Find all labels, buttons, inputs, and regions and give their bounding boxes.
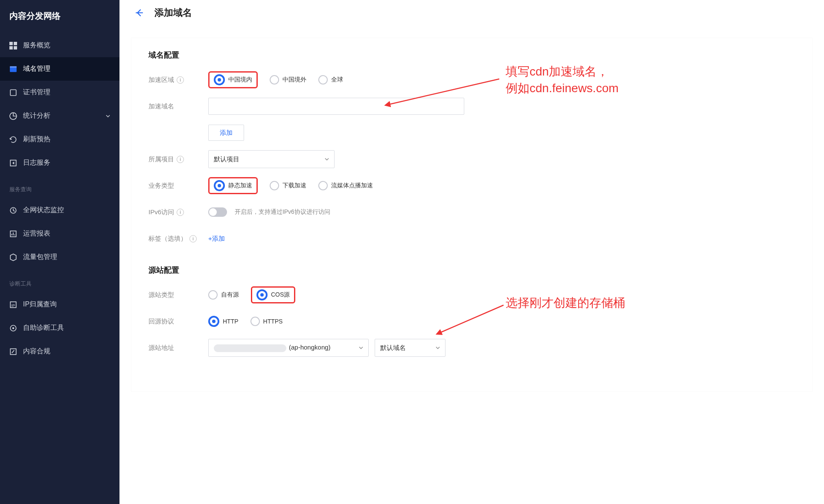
radio-biz-vod[interactable]: 流媒体点播加速	[318, 181, 373, 190]
sidebar-item-log[interactable]: 日志服务	[0, 151, 119, 175]
arrow-left-icon	[134, 8, 144, 17]
radio-label: 静态加速	[228, 182, 252, 189]
section-title: 源站配置	[148, 265, 795, 275]
sidebar-item-package[interactable]: 流量包管理	[0, 245, 119, 269]
add-tag-link[interactable]: +添加	[208, 235, 225, 242]
sidebar-section-diag: 诊断工具	[0, 280, 119, 293]
refresh-icon	[9, 136, 17, 143]
sidebar: 内容分发网络 服务概览 域名管理 证书管理 统计分析 刷新预热 日志服务 服务查…	[0, 0, 119, 504]
select-value: 默认项目	[214, 155, 239, 163]
label-text: 加速区域	[148, 76, 174, 84]
radio-label: 下载加速	[282, 182, 306, 189]
report-icon	[9, 230, 17, 238]
radio-biz-static[interactable]: 静态加速	[214, 180, 252, 191]
stats-icon	[9, 112, 17, 120]
label-text: IPv6访问	[148, 208, 174, 216]
radio-origin-own[interactable]: 自有源	[208, 290, 239, 300]
sidebar-item-monitor[interactable]: 全网状态监控	[0, 198, 119, 222]
page-title: 添加域名	[154, 6, 192, 19]
select-value: (ap-hongkong)	[214, 344, 331, 352]
svg-rect-3	[14, 46, 17, 50]
ipv6-toggle[interactable]	[208, 207, 227, 217]
region-radio-group: 中国境内 中国境外 全球	[208, 71, 795, 88]
radio-label: HTTPS	[263, 318, 283, 325]
sidebar-item-refresh[interactable]: 刷新预热	[0, 128, 119, 151]
sidebar-item-compliance[interactable]: 内容合规	[0, 340, 119, 363]
domain-input[interactable]	[208, 98, 464, 115]
radio-icon	[214, 74, 225, 85]
sidebar-item-label: 日志服务	[23, 158, 110, 167]
radio-icon	[318, 181, 328, 190]
radio-region-global[interactable]: 全球	[318, 75, 343, 84]
form-panel: 域名配置 加速区域 i 中国境内	[131, 38, 812, 391]
svg-rect-0	[9, 42, 13, 45]
sidebar-section-query: 服务查询	[0, 186, 119, 198]
radio-label: HTTP	[223, 318, 239, 325]
row-label: 回源协议	[148, 318, 208, 326]
label-text: 所属项目	[148, 155, 174, 163]
svg-rect-6	[10, 90, 16, 96]
radio-icon	[270, 181, 279, 190]
package-icon	[9, 253, 17, 261]
radio-label: 自有源	[221, 291, 239, 299]
info-icon[interactable]: i	[177, 209, 184, 216]
topbar: 添加域名	[119, 0, 824, 26]
sidebar-item-cert[interactable]: 证书管理	[0, 81, 119, 104]
region-highlight: 中国境内	[208, 71, 258, 88]
radio-label: COS源	[271, 291, 290, 299]
radio-region-cn[interactable]: 中国境内	[214, 74, 252, 85]
row-origin-type: 源站类型 自有源 COS源	[148, 285, 795, 305]
log-icon	[9, 159, 17, 167]
radio-proto-http[interactable]: HTTP	[208, 316, 239, 327]
radio-icon	[208, 316, 219, 327]
info-icon[interactable]: i	[177, 76, 184, 84]
ipv6-description: 开启后，支持通过IPv6协议进行访问	[235, 208, 330, 215]
chevron-down-icon	[106, 114, 110, 118]
radio-biz-download[interactable]: 下载加速	[270, 181, 306, 190]
radio-icon	[256, 289, 268, 300]
sidebar-item-label: 统计分析	[23, 111, 106, 120]
sidebar-item-diag[interactable]: 自助诊断工具	[0, 316, 119, 340]
globe-icon	[9, 65, 17, 73]
sidebar-item-label: 全网状态监控	[23, 206, 110, 215]
info-icon[interactable]: i	[177, 156, 184, 163]
origin-type-highlight: COS源	[251, 286, 295, 303]
row-label: 所属项目 i	[148, 155, 208, 163]
sidebar-item-ip[interactable]: IP IP归属查询	[0, 293, 119, 316]
back-button[interactable]	[131, 5, 147, 20]
svg-point-13	[12, 327, 15, 329]
radio-label: 流媒体点播加速	[331, 182, 373, 189]
monitor-icon	[9, 207, 17, 214]
sidebar-item-label: 刷新预热	[23, 135, 110, 144]
caret-down-icon	[359, 346, 363, 350]
svg-rect-5	[10, 66, 17, 67]
svg-text:IP: IP	[12, 303, 15, 307]
origin-domain-select[interactable]: 默认域名	[375, 339, 445, 357]
origin-addr-select[interactable]: (ap-hongkong)	[208, 339, 369, 357]
label-text: 标签（选填）	[148, 235, 187, 243]
radio-label: 中国境外	[282, 76, 306, 84]
sidebar-item-domain[interactable]: 域名管理	[0, 57, 119, 81]
svg-rect-2	[9, 46, 13, 50]
compliance-icon	[9, 348, 17, 355]
section-domain-config: 域名配置 加速区域 i 中国境内	[148, 50, 795, 249]
radio-icon	[250, 317, 260, 326]
add-domain-button[interactable]: 添加	[208, 125, 244, 141]
select-value: 默认域名	[380, 344, 406, 352]
radio-region-overseas[interactable]: 中国境外	[270, 75, 306, 84]
radio-proto-https[interactable]: HTTPS	[250, 317, 283, 326]
row-label: 标签（选填） i	[148, 235, 208, 243]
project-select[interactable]: 默认项目	[208, 150, 335, 168]
info-icon[interactable]: i	[189, 235, 197, 242]
row-label: 加速区域 i	[148, 76, 208, 84]
row-label: 业务类型	[148, 182, 208, 190]
radio-icon	[214, 180, 225, 191]
radio-origin-cos[interactable]: COS源	[256, 289, 290, 300]
diag-icon	[9, 324, 17, 332]
sidebar-item-report[interactable]: 运营报表	[0, 222, 119, 245]
sidebar-item-label: 自助诊断工具	[23, 323, 110, 332]
row-project: 所属项目 i 默认项目	[148, 149, 795, 169]
sidebar-item-stats[interactable]: 统计分析	[0, 104, 119, 128]
ip-icon: IP	[9, 301, 17, 309]
sidebar-item-overview[interactable]: 服务概览	[0, 34, 119, 57]
